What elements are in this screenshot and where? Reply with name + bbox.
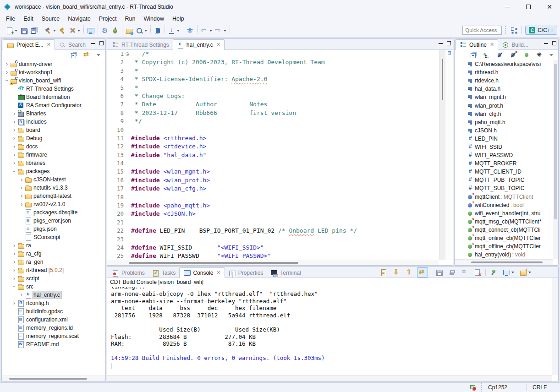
back-button[interactable] — [199, 26, 214, 35]
twisty-icon[interactable]: › — [4, 69, 10, 76]
tree-item-netutils-v1-3-3[interactable]: ›netutils-v1.3.3 — [2, 184, 105, 192]
word-wrap-button[interactable] — [460, 268, 470, 277]
minimize-button[interactable] — [497, 0, 518, 14]
view-menu-button[interactable] — [95, 53, 102, 57]
twisty-icon[interactable]: › — [18, 193, 25, 199]
tree-item-firmware[interactable]: ›firmware — [2, 151, 105, 159]
fold-marker-icon[interactable] — [126, 52, 129, 56]
outline-item-cjson-h[interactable]: cJSON.h — [455, 126, 553, 135]
menu-window[interactable]: Window — [140, 15, 168, 23]
twisty-icon[interactable]: › — [18, 201, 25, 207]
menu-navigate[interactable]: Navigate — [64, 15, 94, 23]
console-tab-properties[interactable]: Properties — [225, 267, 267, 278]
search-button[interactable] — [134, 26, 148, 35]
outline-item-paho-mqtt-h[interactable]: paho_mqtt.h — [455, 118, 553, 126]
menu-run[interactable]: Run — [121, 15, 140, 23]
twisty-icon[interactable]: › — [11, 259, 17, 265]
tree-item-readme-md[interactable]: README.md — [2, 340, 105, 348]
show-previous-build-button[interactable] — [404, 268, 414, 277]
tree-item-ra-cfg[interactable]: ›ra_cfg — [2, 250, 105, 258]
outline-vscrollbar[interactable] — [553, 60, 558, 259]
tree-item-libraries[interactable]: ›libraries — [2, 159, 105, 167]
tree-item-cjson-latest[interactable]: ›cJSON-latest — [2, 175, 105, 184]
twisty-icon[interactable]: › — [11, 110, 17, 117]
tree-item-buildinfo-gpdsc[interactable]: buildinfo.gpdsc — [2, 307, 105, 316]
tree-item-pahomqtt-latest[interactable]: ›pahomqtt-latest — [2, 192, 105, 200]
outline-item-mqtt-sub-topic[interactable]: MQTT_SUB_TOPIC — [455, 184, 553, 192]
pin-console-button[interactable] — [489, 268, 499, 277]
hide-fields-button[interactable] — [495, 50, 505, 60]
outline-item-mqtt-offline-cb-mqttclier[interactable]: smqtt_offline_cb(MQTTClier — [455, 242, 553, 250]
tree-item-docs[interactable]: ›docs — [2, 142, 105, 151]
outline-item-wifi-event-handler-int-stru[interactable]: wifi_event_handler(int, stru — [455, 209, 553, 218]
outline-item-wificonnected[interactable]: swifiConnected : bool — [455, 201, 553, 209]
scroll-lock-sync-button[interactable] — [417, 267, 428, 278]
debug-button[interactable] — [110, 26, 120, 35]
outline-item-mqtt-connect-cb-mqttcli[interactable]: smqtt_connect_cb(MQTTCli — [455, 226, 553, 234]
link-with-editor-button[interactable] — [82, 50, 92, 60]
open-perspective-button[interactable] — [510, 27, 518, 34]
quick-access-input[interactable] — [462, 26, 502, 35]
lock-console-button[interactable] — [447, 268, 457, 277]
menu-source[interactable]: Source — [38, 15, 64, 23]
tree-item-rtconfig-h[interactable]: ›rtconfig.h — [2, 299, 105, 307]
outline-item-rtthread-h[interactable]: rtthread.h — [455, 68, 553, 76]
outline-tab-outline[interactable]: Outline✕ — [456, 39, 498, 50]
outline-item-mqtt-client-id[interactable]: MQTT_CLIENT_ID — [455, 168, 553, 176]
outline-item-wifi-passwd[interactable]: WIFI_PASSWD — [455, 151, 553, 159]
maximize-view-icon[interactable] — [99, 41, 104, 45]
twisty-icon[interactable]: › — [18, 185, 25, 191]
outline-item-mqttclient[interactable]: smqttClient : MQTTClient — [455, 193, 553, 201]
tree-item-hal-entry-c[interactable]: ›hal_entry.c — [2, 291, 105, 299]
tree-item-includes[interactable]: ›Includes — [2, 118, 105, 126]
twisty-icon[interactable]: › — [11, 300, 17, 306]
close-button[interactable]: ✕ — [539, 0, 560, 14]
tree-item-memory-regions-ld[interactable]: memory_regions.ld — [2, 324, 105, 332]
new-button[interactable] — [5, 26, 19, 35]
menu-project[interactable]: Project — [95, 15, 121, 23]
tree-item-vision-board-wifi[interactable]: ›vision_board_wifi — [2, 76, 105, 85]
maximize-view-icon[interactable] — [447, 41, 451, 45]
tree-item-pkgs-json[interactable]: pkgs.json — [2, 225, 105, 233]
editor-hscrollbar[interactable] — [107, 260, 439, 265]
console-tab-console[interactable]: Console✕ — [179, 267, 225, 278]
twisty-icon[interactable]: › — [18, 292, 25, 298]
hide-inactive-button[interactable] — [535, 50, 545, 60]
twisty-icon[interactable]: › — [11, 242, 17, 249]
tree-item-dummy-driver[interactable]: ›dummy-driver — [2, 60, 105, 68]
console-output[interactable]: linking...arm-none-eabi-objcopy -O ihex … — [107, 287, 552, 375]
line-ending-indicator[interactable]: CRLF — [527, 384, 560, 391]
twisty-icon[interactable]: › — [4, 61, 10, 67]
explorer-hscrollbar[interactable] — [2, 376, 105, 381]
twisty-icon[interactable]: › — [4, 77, 10, 84]
tree-item-iot-workshop1[interactable]: ›iot-workshop1 — [2, 68, 105, 76]
sdk-manager-button[interactable] — [185, 26, 195, 35]
editor-vscrollbar[interactable] — [439, 50, 445, 260]
close-tab-icon[interactable]: ✕ — [47, 42, 51, 48]
debug-configuration-button[interactable] — [100, 26, 110, 35]
maximize-view-icon[interactable] — [552, 41, 556, 45]
menu-help[interactable]: Help — [168, 15, 188, 23]
show-next-build-button[interactable] — [391, 268, 401, 277]
encoding-indicator[interactable]: Cp1252 — [483, 384, 527, 391]
twisty-icon[interactable]: › — [11, 127, 17, 133]
tree-item-script[interactable]: ›script — [2, 274, 105, 283]
outline-item-led-pin[interactable]: LED_PIN — [455, 135, 553, 143]
twisty-icon[interactable]: › — [18, 176, 25, 183]
external-tools-button[interactable] — [67, 26, 82, 35]
editor-tab-rt-thread-settings[interactable]: RT-Thread Settings — [108, 39, 173, 50]
show-console-on-output-button[interactable] — [379, 268, 389, 277]
outline-item-mqtt-broker[interactable]: MQTT_BROKER — [455, 159, 553, 168]
outline-item-wlan-cfg-h[interactable]: wlan_cfg.h — [455, 110, 553, 118]
tree-item-debug[interactable]: ›Debug — [2, 134, 105, 142]
collapse-all-button[interactable] — [468, 50, 478, 60]
tree-item-ra-gen[interactable]: ›ra_gen — [2, 258, 105, 266]
tree-item-rt-thread-settings[interactable]: RT-Thread Settings — [2, 85, 105, 93]
console-hscrollbar[interactable] — [107, 375, 552, 381]
outline-tab-build[interactable]: Build... — [498, 39, 532, 50]
explorer-tab-search[interactable]: Search — [55, 39, 89, 50]
custom-filters-button[interactable] — [522, 50, 532, 60]
build-project-button[interactable] — [57, 26, 67, 35]
console-vscrollbar[interactable] — [552, 278, 558, 375]
tree-item-rw007-v2-1-0[interactable]: ›rw007-v2.1.0 — [2, 200, 105, 208]
